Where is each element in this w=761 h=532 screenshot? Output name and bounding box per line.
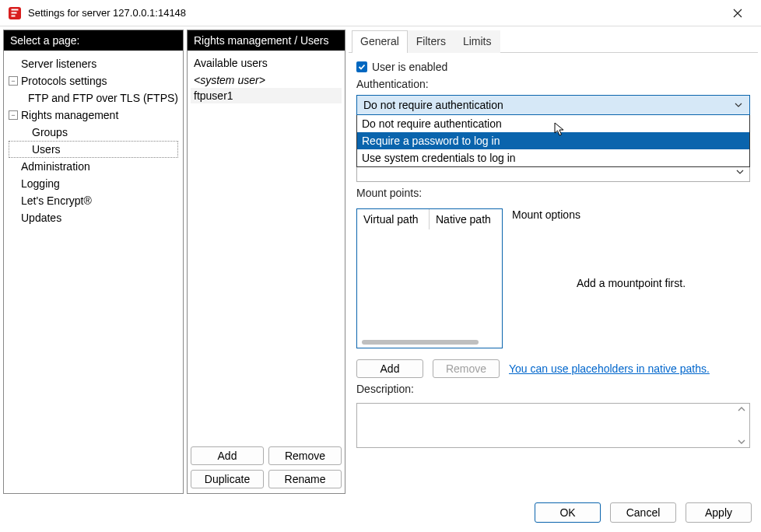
auth-label: Authentication: xyxy=(356,78,750,90)
chevron-down-icon xyxy=(735,167,745,177)
mount-empty-message: Add a mountpoint first. xyxy=(512,277,750,289)
remove-user-button[interactable]: Remove xyxy=(268,446,342,465)
users-list: <system user> ftpuser1 xyxy=(188,72,345,442)
svg-rect-3 xyxy=(12,15,16,16)
tree-item-groups[interactable]: Groups xyxy=(9,124,178,141)
rename-user-button[interactable]: Rename xyxy=(268,470,342,488)
mount-points-label: Mount points: xyxy=(356,187,750,199)
remove-mount-button: Remove xyxy=(433,359,500,378)
svg-rect-1 xyxy=(12,9,19,10)
textarea-scroll[interactable] xyxy=(737,405,748,446)
svg-rect-2 xyxy=(12,12,17,13)
enabled-row: User is enabled xyxy=(356,61,750,73)
auth-dropdown-menu: Do not require authentication Require a … xyxy=(356,115,750,167)
auth-option-none[interactable]: Do not require authentication xyxy=(357,115,749,132)
tab-limits[interactable]: Limits xyxy=(454,30,500,53)
tree-item-logging[interactable]: Logging xyxy=(9,175,178,192)
apply-button[interactable]: Apply xyxy=(686,502,752,523)
mount-table-header: Virtual path Native path xyxy=(357,209,502,229)
collapse-icon[interactable]: − xyxy=(9,110,18,120)
auth-dropdown-value: Do not require authentication xyxy=(363,99,503,111)
scroll-down-icon xyxy=(737,438,746,446)
auth-option-password[interactable]: Require a password to log in xyxy=(357,132,749,149)
close-button[interactable] xyxy=(722,0,753,26)
tree-item-updates[interactable]: Updates xyxy=(9,209,178,226)
mount-options-header: Mount options xyxy=(512,208,750,221)
app-icon xyxy=(8,6,22,20)
users-panel-header: Rights management / Users xyxy=(188,30,345,51)
mount-points-area: Virtual path Native path Mount options A… xyxy=(356,208,750,348)
add-mount-button[interactable]: Add xyxy=(356,359,423,378)
user-item-system[interactable]: <system user> xyxy=(191,72,342,88)
user-item[interactable]: ftpuser1 xyxy=(191,88,342,103)
chevron-down-icon xyxy=(734,100,743,110)
page-tree-header: Select a page: xyxy=(4,30,183,51)
mount-actions-row: Add Remove You can use placeholders in n… xyxy=(356,359,750,378)
tree-item-users[interactable]: Users xyxy=(9,141,178,158)
tree-item-admin[interactable]: Administration xyxy=(9,158,178,175)
placeholders-link[interactable]: You can use placeholders in native paths… xyxy=(509,362,710,375)
mount-table[interactable]: Virtual path Native path xyxy=(356,208,503,348)
mount-table-hscroll[interactable] xyxy=(357,337,502,348)
ok-button[interactable]: OK xyxy=(535,502,601,523)
user-details-panel: General Filters Limits User is enabled A… xyxy=(349,30,758,494)
dialog-footer: OK Cancel Apply xyxy=(0,497,761,528)
user-enabled-checkbox[interactable] xyxy=(356,61,367,72)
scroll-up-icon xyxy=(737,405,746,413)
user-enabled-label: User is enabled xyxy=(372,61,447,73)
page-tree: Server listeners −Protocols settings FTP… xyxy=(4,51,183,493)
mount-options-panel: Mount options Add a mountpoint first. xyxy=(512,208,750,348)
window-title: Settings for server 127.0.0.1:14148 xyxy=(28,7,186,19)
general-tab-body: User is enabled Authentication: Do not r… xyxy=(349,53,758,448)
tree-item-rights[interactable]: −Rights management xyxy=(9,107,178,124)
page-tree-panel: Select a page: Server listeners −Protoco… xyxy=(3,30,184,494)
tree-item-letsencrypt[interactable]: Let's Encrypt® xyxy=(9,192,178,209)
main-content: Select a page: Server listeners −Protoco… xyxy=(0,26,761,497)
tab-general[interactable]: General xyxy=(352,30,408,53)
auth-option-system[interactable]: Use system credentials to log in xyxy=(357,149,749,166)
tree-item-server-listeners[interactable]: Server listeners xyxy=(9,55,178,72)
col-native-path[interactable]: Native path xyxy=(429,209,502,229)
users-actions: Add Remove Duplicate Rename xyxy=(188,442,345,493)
auth-dropdown[interactable]: Do not require authentication Do not req… xyxy=(356,95,750,115)
description-label: Description: xyxy=(356,383,750,395)
tabs: General Filters Limits xyxy=(349,30,758,53)
titlebar: Settings for server 127.0.0.1:14148 xyxy=(0,0,761,26)
tree-item-ftp-tls[interactable]: FTP and FTP over TLS (FTPS) xyxy=(9,89,178,107)
tab-filters[interactable]: Filters xyxy=(408,30,454,53)
available-users-label: Available users xyxy=(188,51,345,72)
description-textarea[interactable] xyxy=(356,403,750,448)
col-virtual-path[interactable]: Virtual path xyxy=(357,209,429,229)
duplicate-user-button[interactable]: Duplicate xyxy=(191,470,264,488)
cancel-button[interactable]: Cancel xyxy=(610,502,676,523)
auth-dropdown-field[interactable]: Do not require authentication xyxy=(356,95,750,115)
users-panel: Rights management / Users Available user… xyxy=(187,30,345,494)
add-user-button[interactable]: Add xyxy=(191,446,264,465)
collapse-icon[interactable]: − xyxy=(9,76,18,86)
tree-item-protocols[interactable]: −Protocols settings xyxy=(9,72,178,89)
